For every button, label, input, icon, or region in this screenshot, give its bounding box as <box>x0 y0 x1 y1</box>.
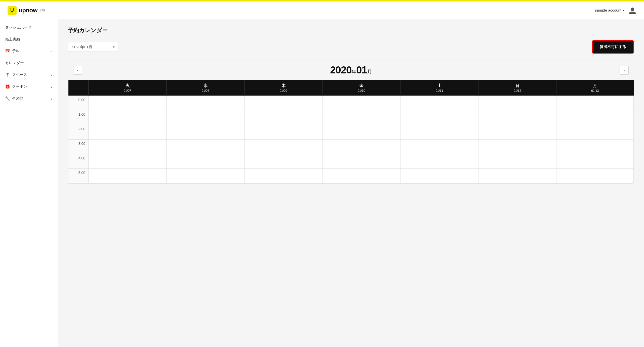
calendar-grid: 火 01/07 水 01/08 木 01/09 金 <box>68 80 634 183</box>
sidebar-label-other: その他 <box>12 96 23 101</box>
logo-text: upnow <box>19 7 37 14</box>
calendar-cell[interactable] <box>245 96 323 110</box>
block-button[interactable]: 貸出不可にする <box>592 40 634 54</box>
sidebar-item-booking[interactable]: 📅 予約 ∨ <box>0 45 58 57</box>
chevron-icon-other: ∨ <box>50 97 53 100</box>
calendar-cell[interactable] <box>323 125 400 140</box>
calendar-cell[interactable] <box>167 140 245 154</box>
calendar-cell[interactable] <box>323 154 400 169</box>
chevron-down-icon: ▾ <box>623 9 624 12</box>
sidebar-label-sales: 売上実績 <box>5 37 20 42</box>
sidebar-label-calendar: カレンダー <box>5 61 24 65</box>
calendar-month: 01 <box>356 64 367 75</box>
wrench-icon: 🔧 <box>5 96 10 101</box>
calendar-month-suffix: 月 <box>367 69 372 74</box>
calendar-cell[interactable] <box>400 110 478 125</box>
calendar-cell[interactable] <box>245 110 323 125</box>
calendar-cell[interactable] <box>556 154 634 169</box>
gift-icon: 🎁 <box>5 84 10 89</box>
calendar-year: 2020 <box>330 64 351 75</box>
calendar-cell[interactable] <box>478 125 556 140</box>
next-month-button[interactable]: › <box>620 66 629 75</box>
calendar-cell[interactable] <box>400 125 478 140</box>
calendar-cell[interactable] <box>323 140 400 154</box>
calendar-cell[interactable] <box>245 169 323 183</box>
header-right: sample account ▾ <box>595 6 636 14</box>
sidebar-item-coupon[interactable]: 🎁 クーポン ∨ <box>0 81 58 93</box>
page-layout: ダッシュボード 売上実績 📅 予約 ∨ カレンダー 📍 スペース ∨ <box>0 19 644 347</box>
chevron-icon-booking: ∨ <box>50 50 53 53</box>
time-cell: 4:00 <box>68 154 89 169</box>
calendar-cell[interactable] <box>167 110 245 125</box>
calendar-row: 4:00 <box>68 154 634 169</box>
prev-month-button[interactable]: ‹ <box>73 66 82 75</box>
calendar-cell[interactable] <box>478 169 556 183</box>
calendar-cell[interactable] <box>478 154 556 169</box>
calendar-cell[interactable] <box>400 140 478 154</box>
calendar-cell[interactable] <box>323 110 400 125</box>
calendar-wrapper: ‹ 2020年01月 › 火 01/07 水 <box>68 60 634 184</box>
calendar-cell[interactable] <box>89 125 167 140</box>
logo-area: U upnow β版 <box>8 6 45 15</box>
calendar-cell[interactable] <box>167 169 245 183</box>
sidebar-item-sales[interactable]: 売上実績 <box>0 33 58 45</box>
sidebar-item-other[interactable]: 🔧 その他 ∨ <box>0 93 58 104</box>
sidebar-item-calendar[interactable]: カレンダー <box>0 57 58 69</box>
calendar-cell[interactable] <box>478 140 556 154</box>
month-select[interactable]: 2019年11月 2019年12月 2020年01月 2020年02月 2020… <box>68 42 118 52</box>
calendar-cell[interactable] <box>89 96 167 110</box>
month-select-wrapper: 2019年11月 2019年12月 2020年01月 2020年02月 2020… <box>68 42 118 52</box>
main-content: 予約カレンダー 2019年11月 2019年12月 2020年01月 2020年… <box>58 19 644 347</box>
account-name: sample account <box>595 8 621 12</box>
calendar-cell[interactable] <box>167 154 245 169</box>
account-dropdown[interactable]: sample account ▾ <box>595 8 624 12</box>
controls-row: 2019年11月 2019年12月 2020年01月 2020年02月 2020… <box>68 40 634 54</box>
calendar-row: 1:00 <box>68 110 634 125</box>
calendar-cell[interactable] <box>400 96 478 110</box>
calendar-row: 5:00 <box>68 169 634 183</box>
calendar-cell[interactable] <box>556 140 634 154</box>
calendar-row: 3:00 <box>68 140 634 154</box>
time-cell: 1:00 <box>68 110 89 125</box>
calendar-header-empty <box>68 80 89 96</box>
calendar-header-fri: 金 01/10 <box>323 80 400 96</box>
calendar-header-sun: 日 01/12 <box>478 80 556 96</box>
chevron-icon-space: ∨ <box>50 73 53 77</box>
beta-badge: β版 <box>41 8 45 12</box>
sidebar-label-dashboard: ダッシュボード <box>5 25 31 30</box>
sidebar-item-space[interactable]: 📍 スペース ∨ <box>0 69 58 81</box>
calendar-header-mon: 月 01/13 <box>556 80 634 96</box>
time-cell: 0:00 <box>68 96 89 110</box>
calendar-cell[interactable] <box>556 110 634 125</box>
calendar-cell[interactable] <box>556 169 634 183</box>
calendar-cell[interactable] <box>167 125 245 140</box>
calendar-cell[interactable] <box>478 110 556 125</box>
calendar-row: 0:00 <box>68 96 634 110</box>
calendar-icon: 📅 <box>5 49 10 54</box>
calendar-cell[interactable] <box>323 169 400 183</box>
user-avatar-icon <box>628 6 636 14</box>
calendar-cell[interactable] <box>556 125 634 140</box>
calendar-cell[interactable] <box>323 96 400 110</box>
calendar-header-tue: 火 01/07 <box>89 80 167 96</box>
calendar-cell[interactable] <box>245 154 323 169</box>
calendar-cell[interactable] <box>89 169 167 183</box>
calendar-cell[interactable] <box>89 140 167 154</box>
calendar-cell[interactable] <box>89 110 167 125</box>
calendar-cell[interactable] <box>478 96 556 110</box>
calendar-cell[interactable] <box>400 169 478 183</box>
sidebar: ダッシュボード 売上実績 📅 予約 ∨ カレンダー 📍 スペース ∨ <box>0 19 58 347</box>
logo-icon: U <box>8 6 17 15</box>
calendar-cell[interactable] <box>400 154 478 169</box>
calendar-cell[interactable] <box>167 96 245 110</box>
calendar-cell[interactable] <box>89 154 167 169</box>
calendar-header-wed: 水 01/08 <box>167 80 245 96</box>
calendar-header-thu: 木 01/09 <box>245 80 323 96</box>
header: U upnow β版 sample account ▾ <box>0 2 644 19</box>
chevron-icon-coupon: ∨ <box>50 85 53 89</box>
calendar-cell[interactable] <box>556 96 634 110</box>
calendar-nav: ‹ 2020年01月 › <box>68 60 634 80</box>
calendar-cell[interactable] <box>245 125 323 140</box>
sidebar-item-dashboard[interactable]: ダッシュボード <box>0 22 58 33</box>
calendar-cell[interactable] <box>245 140 323 154</box>
